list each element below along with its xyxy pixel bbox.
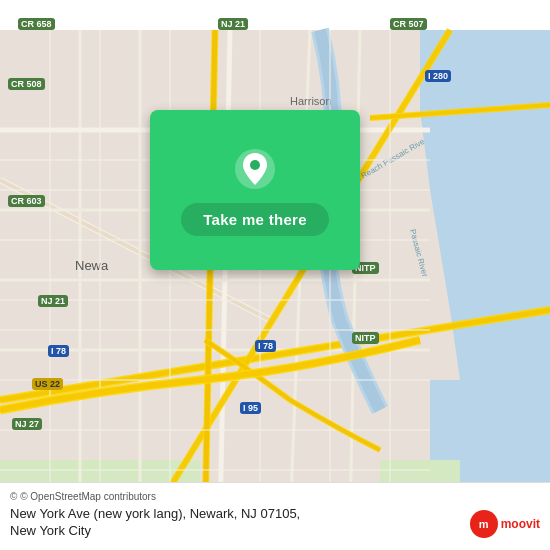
attribution-text: © © OpenStreetMap contributors: [10, 491, 540, 502]
badge-nj21-mid: NJ 21: [38, 295, 68, 307]
moovit-logo: m moovit: [470, 510, 540, 538]
svg-point-43: [250, 160, 260, 170]
badge-us22: US 22: [32, 378, 63, 390]
badge-cr508: CR 508: [8, 78, 45, 90]
badge-nj21-top: NJ 21: [218, 18, 248, 30]
badge-cr658: CR 658: [18, 18, 55, 30]
map-container: Harrison Reach Passaic Rive Passaic Rive…: [0, 0, 550, 550]
badge-i280: I 280: [425, 70, 451, 82]
badge-nj27: NJ 27: [12, 418, 42, 430]
moovit-letter: m: [479, 518, 489, 530]
address-line: New York Ave (new york lang), Newark, NJ…: [10, 506, 540, 540]
copyright-symbol: ©: [10, 491, 17, 502]
svg-text:Newa: Newa: [75, 258, 109, 273]
badge-nitp-bot: NITP: [352, 332, 379, 344]
take-me-there-button[interactable]: Take me there: [181, 203, 329, 236]
map-svg: Harrison Reach Passaic Rive Passaic Rive…: [0, 0, 550, 550]
location-pin-icon: [231, 145, 279, 193]
moovit-icon: m: [470, 510, 498, 538]
badge-i78-mid: I 78: [255, 340, 276, 352]
badge-cr507: CR 507: [390, 18, 427, 30]
action-panel: Take me there: [150, 110, 360, 270]
svg-text:Harrison: Harrison: [290, 95, 332, 107]
badge-i78-left: I 78: [48, 345, 69, 357]
moovit-text: moovit: [501, 517, 540, 531]
badge-i95: I 95: [240, 402, 261, 414]
badge-cr603: CR 603: [8, 195, 45, 207]
bottom-bar: © © OpenStreetMap contributors New York …: [0, 482, 550, 550]
